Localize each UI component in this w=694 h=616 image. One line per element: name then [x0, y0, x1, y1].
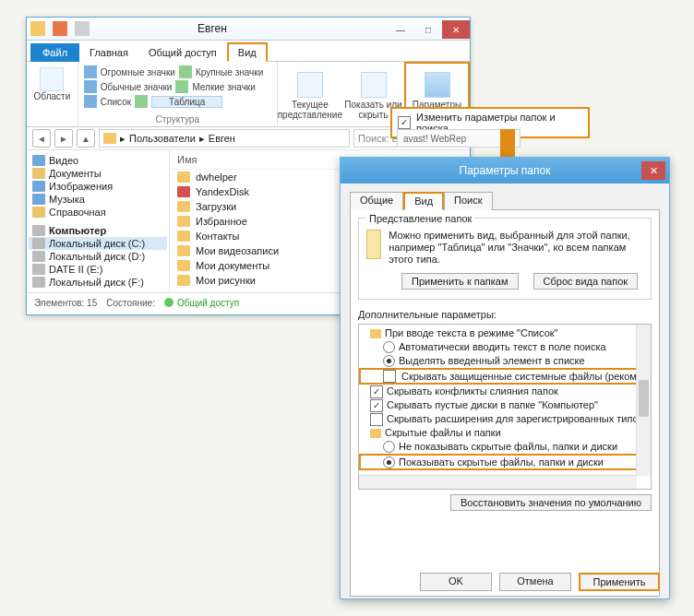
tab-home[interactable]: Главная [79, 43, 138, 62]
regions-label[interactable]: Области [32, 91, 72, 101]
scroll-thumb[interactable] [639, 380, 649, 417]
nav-date2[interactable]: DATE II (E:) [29, 263, 167, 276]
folder-icon [177, 201, 190, 212]
adv-radio[interactable]: Выделять введенный элемент в списке [359, 354, 651, 368]
help-icon [32, 207, 45, 218]
folder-views-icon [366, 230, 381, 259]
folder-icon [177, 186, 190, 197]
drive-icon [32, 251, 45, 262]
adv-radio[interactable]: Автоматически вводить текст в поле поиск… [359, 340, 651, 354]
view-large[interactable]: Крупные значки [196, 67, 263, 77]
folder-options-dialog: Параметры папок ✕ Общие Вид Поиск Предст… [340, 157, 670, 599]
view-list[interactable]: Список [101, 97, 131, 107]
apply-to-folders-button[interactable]: Применить к папкам [401, 273, 519, 290]
checkbox-icon [370, 385, 383, 398]
view-small[interactable]: Мелкие значки [192, 82, 255, 92]
tab-view[interactable]: Вид [227, 42, 268, 62]
nav-music[interactable]: Музыка [29, 193, 167, 206]
nav-help[interactable]: Справочная [29, 206, 167, 219]
tab-general[interactable]: Общие [350, 192, 403, 210]
radio-icon [383, 456, 395, 468]
state-label: Состояние: [106, 298, 155, 308]
forward-button[interactable]: ► [54, 129, 73, 148]
nav-documents[interactable]: Документы [29, 167, 167, 180]
view-icon [84, 80, 97, 93]
dialog-footer: OK Отмена Применить [420, 573, 660, 591]
nav-pane-icon[interactable] [40, 67, 64, 91]
folder-icon [177, 216, 190, 227]
music-icon [32, 194, 45, 205]
folder-icon [177, 245, 190, 256]
view-huge[interactable]: Огромные значки [101, 67, 175, 77]
dialog-tabs: Общие Вид Поиск [350, 191, 660, 209]
close-button[interactable]: ✕ [442, 20, 470, 39]
checkbox-icon [383, 370, 396, 383]
check-icon [398, 116, 411, 129]
nav-computer[interactable]: Компьютер [29, 224, 167, 237]
nav-local-c[interactable]: Локальный диск (C:) [29, 237, 167, 250]
reset-folders-button[interactable]: Сброс вида папок [533, 273, 639, 290]
crumb-users[interactable]: Пользователи [129, 133, 196, 144]
drive-icon [32, 264, 45, 275]
back-button[interactable]: ◄ [32, 129, 51, 148]
adv-check[interactable]: Скрывать расширения для зарегистрированн… [359, 412, 651, 426]
pictures-icon [32, 181, 45, 192]
adv-check-hide-protected[interactable]: Скрывать защищенные системные файлы (рек… [359, 368, 651, 385]
folder-icon [177, 172, 190, 183]
computer-icon [32, 225, 45, 236]
tab-share[interactable]: Общий доступ [138, 43, 227, 62]
breadcrumb[interactable]: ▸ Пользователи ▸ Евген [99, 129, 350, 148]
video-icon [32, 155, 45, 166]
nav-local-d[interactable]: Локальный диск (D:) [29, 250, 167, 263]
adv-group: Скрытые файлы и папки [359, 426, 651, 440]
adv-check[interactable]: Скрывать пустые диски в папке "Компьютер… [359, 398, 651, 412]
up-button[interactable]: ▲ [77, 129, 95, 148]
radio-icon [383, 441, 395, 453]
tab-file[interactable]: Файл [30, 43, 79, 62]
current-view-button[interactable]: Текущее представление [278, 62, 342, 126]
dialog-titlebar[interactable]: Параметры папок ✕ [341, 158, 669, 184]
view-icon [84, 95, 97, 108]
drive-icon [32, 238, 45, 249]
adv-check[interactable]: Скрывать конфликты слияния папок [359, 385, 651, 398]
tab-search[interactable]: Поиск [444, 192, 492, 210]
ok-button[interactable]: OK [420, 573, 492, 591]
horizontal-scrollbar[interactable] [359, 475, 637, 489]
vertical-scrollbar[interactable] [636, 325, 651, 476]
folder-icon [30, 21, 45, 36]
cancel-button[interactable]: Отмена [499, 573, 571, 591]
crumb-evgen[interactable]: Евген [209, 133, 235, 144]
advanced-settings-list[interactable]: При вводе текста в режиме "Список" Автом… [358, 324, 652, 490]
nav-local-f[interactable]: Локальный диск (F:) [29, 276, 167, 289]
current-view-icon [297, 72, 323, 98]
item-count: Элементов: 15 [34, 298, 97, 308]
checkbox-icon [370, 413, 383, 426]
group-text: Можно применить вид, выбранный для этой … [389, 230, 643, 266]
advanced-label: Дополнительные параметры: [358, 309, 652, 320]
share-status: Общий доступ [164, 298, 239, 308]
dialog-close-button[interactable]: ✕ [641, 161, 665, 180]
folder-icon [370, 429, 381, 438]
restore-defaults-button[interactable]: Восстановить значения по умолчанию [450, 494, 652, 511]
nav-pane[interactable]: Видео Документы Изображения Музыка Справ… [27, 150, 170, 292]
adv-group: При вводе текста в режиме "Список" [359, 326, 651, 340]
explorer-titlebar[interactable]: Евген — □ ✕ [27, 18, 470, 41]
nav-pictures[interactable]: Изображения [29, 180, 167, 193]
dialog-page: Представление папок Можно применить вид,… [350, 209, 660, 597]
adv-radio[interactable]: Не показывать скрытые файлы, папки и дис… [359, 440, 651, 454]
show-hide-icon [361, 72, 387, 98]
tab-view[interactable]: Вид [403, 192, 444, 210]
nav-video[interactable]: Видео [29, 154, 167, 167]
adv-radio-show-hidden[interactable]: Показывать скрытые файлы, папки и диски [359, 454, 651, 470]
maximize-button[interactable]: □ [414, 20, 442, 39]
minimize-button[interactable]: — [387, 20, 414, 39]
view-table[interactable]: Таблица [151, 96, 222, 108]
folder-icon [177, 231, 190, 242]
view-medium[interactable]: Обычные значки [101, 82, 173, 92]
apply-button[interactable]: Применить [579, 573, 660, 591]
radio-icon [383, 341, 395, 353]
group-title: Представление папок [366, 213, 474, 224]
checkbox-icon [370, 399, 383, 412]
views-group-label: Структура [84, 114, 271, 124]
folder-icon [370, 329, 381, 338]
